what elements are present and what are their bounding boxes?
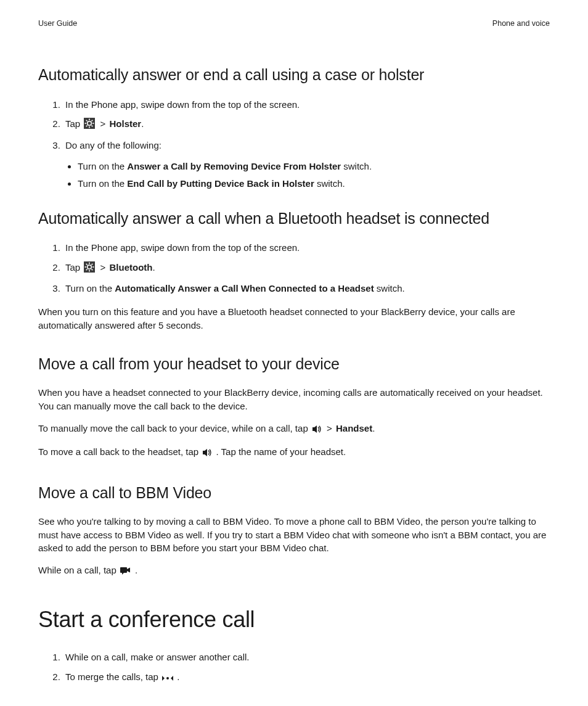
header-left: User Guide [38,18,77,29]
section-title-bluetooth: Automatically answer a call when a Bluet… [38,208,550,229]
section-title-holster: Automatically answer or end a call using… [38,65,550,86]
para-tail: . Tap the name of your headset. [216,446,346,457]
step-item: In the Phone app, swipe down from the to… [63,240,550,256]
paragraph-bluetooth-note: When you turn on this feature and you ha… [38,305,550,332]
merge-calls-icon [162,671,173,687]
step-tail: switch. [374,283,405,293]
section-title-bbm-video: Move a call to BBM Video [38,483,550,504]
bullet-tail: switch. [314,178,345,189]
svg-marker-21 [203,449,207,456]
step-tail: . [177,671,179,682]
step-tail: . [152,262,155,273]
video-chat-icon [120,565,131,579]
breadcrumb-separator: > [327,423,335,433]
bullet-item: Turn on the Answer a Call by Removing De… [78,159,550,173]
steps-bluetooth: In the Phone app, swipe down from the to… [38,240,550,297]
switch-name-auto-answer: Automatically Answer a Call When Connect… [115,283,374,293]
bullet-tail: switch. [341,161,372,171]
header-right: Phone and voice [492,18,550,29]
settings-gear-icon [84,118,95,134]
breadcrumb-separator: > [100,262,108,273]
step-item: While on a call, make or answer another … [63,649,550,665]
section-title-conference: Start a conference call [38,605,550,635]
step-item: Tap > Bluetooth. [63,260,550,277]
bullets-holster: Turn on the Answer a Call by Removing De… [38,159,550,191]
step-item: In the Phone app, swipe down from the to… [63,97,550,113]
para-tail: . [372,423,375,433]
svg-marker-25 [162,676,165,681]
steps-holster: In the Phone app, swipe down from the to… [38,97,550,154]
paragraph: While on a call, tap . [38,564,550,579]
section-title-move-headset: Move a call from your headset to your de… [38,354,550,375]
bullet-lead: Turn on the [78,161,127,171]
svg-marker-23 [127,568,130,573]
step-text: Turn on the [65,283,115,293]
speaker-icon [312,424,322,437]
svg-marker-20 [312,425,317,433]
step-item: Turn on the Automatically Answer a Call … [63,281,550,297]
page-header: User Guide Phone and voice [38,18,550,29]
speaker-icon [202,447,212,461]
steps-conference: While on a call, make or answer another … [38,649,550,686]
step-item: Tap > Holster. [63,116,550,134]
para-lead: To manually move the call back to your d… [38,423,311,433]
bullet-lead: Turn on the [78,178,127,189]
paragraph: See who you're talking to by moving a ca… [38,515,550,555]
svg-point-27 [166,677,169,679]
para-tail: . [135,565,137,575]
paragraph: To move a call back to the headset, tap … [38,445,550,461]
step-tail: . [141,118,144,129]
menu-item-bluetooth: Bluetooth [109,262,152,273]
step-item: Do any of the following: [63,138,550,154]
para-lead: To move a call back to the headset, tap [38,446,201,457]
step-text: To merge the calls, tap [65,671,161,682]
svg-marker-26 [171,676,173,681]
breadcrumb-separator: > [100,118,108,129]
settings-gear-icon [84,261,95,277]
svg-marker-24 [122,573,124,575]
menu-item-holster: Holster [109,118,141,129]
step-text: Tap [65,262,83,273]
step-text: Tap [65,118,83,129]
paragraph: To manually move the call back to your d… [38,422,550,437]
paragraph: When you have a headset connected to you… [38,386,550,413]
para-lead: While on a call, tap [38,565,119,575]
switch-name-answer: Answer a Call by Removing Device From Ho… [127,161,341,171]
svg-rect-22 [120,567,127,573]
bullet-item: Turn on the End Call by Putting Device B… [78,176,550,191]
step-item: To merge the calls, tap . [63,669,550,687]
menu-item-handset: Handset [336,423,372,433]
switch-name-endcall: End Call by Putting Device Back in Holst… [127,178,314,189]
